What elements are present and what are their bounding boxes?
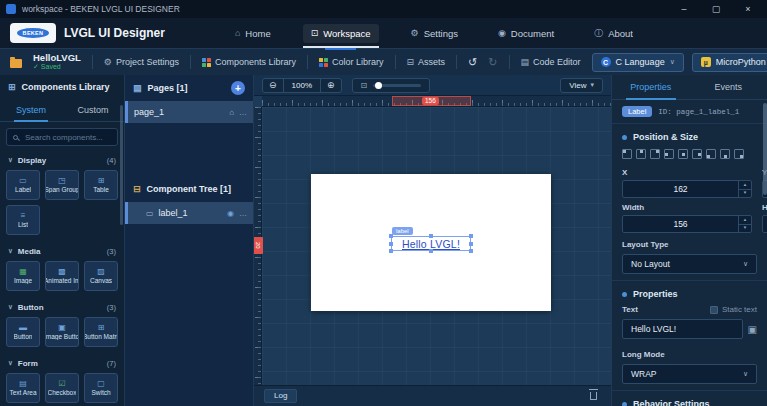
align-bottom-left-button[interactable] [706, 149, 716, 159]
components-panel-title: ⊞ Components Library [0, 75, 124, 99]
component-card-image[interactable]: ▦Image [6, 261, 40, 291]
component-card-list[interactable]: ≡List [6, 205, 40, 235]
zoom-slider-knob[interactable] [375, 82, 382, 89]
component-card-button[interactable]: ▬Button [6, 317, 40, 347]
nav-workspace[interactable]: ⊡ Workspace [303, 24, 379, 43]
resize-handle[interactable] [429, 234, 433, 238]
nav-document[interactable]: ◉ Document [490, 24, 562, 43]
component-card-text-area[interactable]: ▤Text Area [6, 373, 40, 403]
component-card-button-matrix[interactable]: ⊞Button Matrix [84, 317, 118, 347]
info-icon: ⓘ [594, 27, 603, 40]
zoom-in-button[interactable]: ⊕ [321, 79, 341, 92]
add-page-button[interactable]: + [231, 81, 245, 95]
undo-button[interactable]: ↺ [468, 56, 477, 69]
canvas-viewport[interactable]: label Hello LVGL! [262, 107, 611, 385]
layout-type-select[interactable]: No Layout ∨ [622, 254, 757, 274]
properties-scrollbar[interactable] [763, 103, 767, 195]
eye-icon[interactable]: ◉ [227, 209, 234, 218]
micropython-dropdown[interactable]: µ MicroPython ∨ [692, 53, 767, 72]
tab-events[interactable]: Events [690, 75, 767, 99]
design-page[interactable]: label Hello LVGL! [311, 174, 551, 311]
label-icon: ▭ [19, 177, 27, 185]
minimize-button[interactable]: – [671, 4, 697, 14]
components-scrollbar[interactable] [120, 105, 123, 225]
resize-handle[interactable] [429, 249, 433, 253]
tab-properties[interactable]: Properties [612, 75, 690, 99]
page-row-page-1[interactable]: page_1 ⌂ … [125, 101, 253, 123]
tree-row-label-1[interactable]: ▭ label_1 ◉ … [125, 202, 253, 224]
app-title: LVGL UI Designer [64, 26, 165, 40]
button-matrix-icon: ⊞ [98, 324, 105, 332]
component-card-switch[interactable]: ▢Switch [84, 373, 118, 403]
nav-document-label: Document [511, 28, 554, 39]
section-display[interactable]: ∨ Display (4) [0, 152, 124, 168]
trash-icon[interactable] [590, 392, 597, 400]
component-card-animated-image[interactable]: ▩Animated Image [45, 261, 79, 291]
component-card-span-group[interactable]: ◳Span Group [45, 170, 79, 200]
more-icon[interactable]: … [239, 108, 247, 117]
component-card-canvas[interactable]: ▨Canvas [84, 261, 118, 291]
component-search[interactable] [6, 128, 118, 146]
section-form[interactable]: ∨ Form (7) [0, 355, 124, 371]
align-middle-left-button[interactable] [664, 149, 674, 159]
x-input[interactable] [623, 181, 738, 197]
tab-custom[interactable]: Custom [62, 99, 124, 121]
resize-handle[interactable] [469, 249, 473, 253]
x-label: X [622, 168, 752, 177]
color-library-button[interactable]: Color Library [319, 57, 384, 67]
components-library-button[interactable]: Components Library [202, 57, 296, 67]
height-input[interactable] [763, 216, 767, 232]
resize-handle[interactable] [389, 249, 393, 253]
resize-handle[interactable] [389, 234, 393, 238]
align-bottom-center-button[interactable] [720, 149, 730, 159]
nav-settings[interactable]: ⚙ Settings [403, 24, 466, 43]
component-card-image-button[interactable]: ▣Image Button [45, 317, 79, 347]
component-card-label[interactable]: ▭Label [6, 170, 40, 200]
align-center-button[interactable] [678, 149, 688, 159]
section-media[interactable]: ∨ Media (3) [0, 243, 124, 259]
project-folder-icon [10, 59, 22, 68]
c-language-dropdown[interactable]: C C Language ∨ [592, 53, 684, 72]
nav-about[interactable]: ⓘ About [586, 23, 641, 44]
resize-handle[interactable] [469, 242, 473, 246]
align-bottom-right-button[interactable] [734, 149, 744, 159]
home-page-icon[interactable]: ⌂ [229, 108, 234, 117]
step-down-icon[interactable]: ▼ [739, 225, 751, 233]
assets-button[interactable]: ⊟ Assets [407, 57, 446, 67]
align-top-right-button[interactable] [650, 149, 660, 159]
selected-label-widget[interactable]: label Hello LVGL! [391, 236, 471, 251]
width-input[interactable] [623, 216, 738, 232]
position-fields: X ▲▼ Y ▲▼ Width [612, 161, 767, 233]
redo-button[interactable]: ↻ [488, 56, 497, 69]
project-settings-button[interactable]: ⚙ Project Settings [104, 57, 179, 67]
more-icon[interactable]: … [239, 209, 247, 218]
align-middle-right-button[interactable] [692, 149, 702, 159]
nav-home[interactable]: ⌂ Home [227, 24, 279, 43]
log-tab[interactable]: Log [264, 389, 297, 403]
chevron-down-icon: ∨ [8, 359, 13, 367]
align-top-left-button[interactable] [622, 149, 632, 159]
zoom-slider[interactable] [373, 84, 421, 87]
search-input[interactable] [23, 132, 111, 143]
tab-system[interactable]: System [0, 99, 62, 121]
resize-handle[interactable] [389, 242, 393, 246]
component-card-checkbox[interactable]: ☑Checkbox [45, 373, 79, 403]
text-input[interactable] [629, 323, 736, 335]
step-up-icon[interactable]: ▲ [739, 216, 751, 225]
text-resource-icon[interactable]: ▣ [748, 324, 757, 335]
fit-icon[interactable]: ⊡ [361, 81, 368, 90]
static-text-checkbox[interactable] [710, 306, 718, 314]
component-card-table[interactable]: ⊞Table [84, 170, 118, 200]
zoom-out-button[interactable]: ⊖ [263, 79, 283, 92]
resize-handle[interactable] [469, 234, 473, 238]
section-button[interactable]: ∨ Button (3) [0, 299, 124, 315]
code-editor-button[interactable]: ▤ Code Editor [521, 57, 581, 67]
close-button[interactable]: × [735, 4, 761, 14]
step-up-icon[interactable]: ▲ [739, 181, 751, 190]
align-top-center-button[interactable] [636, 149, 646, 159]
view-dropdown[interactable]: View ▾ [560, 78, 603, 93]
step-down-icon[interactable]: ▼ [739, 190, 751, 198]
long-mode-select[interactable]: WRAP ∨ [622, 364, 757, 384]
maximize-button[interactable]: ▢ [703, 4, 729, 14]
component-tree-title: ⊟ Component Tree [1] [125, 176, 253, 202]
